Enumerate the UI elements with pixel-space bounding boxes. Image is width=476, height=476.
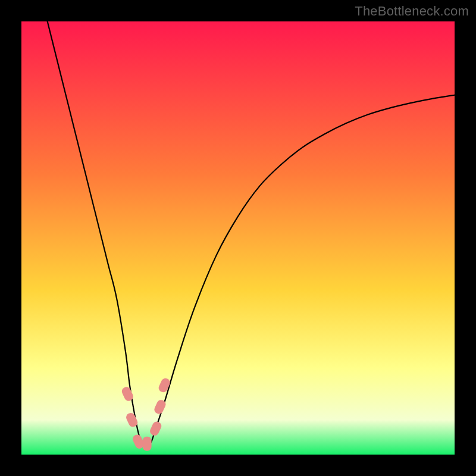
bottleneck-chart	[21, 21, 455, 455]
chart-frame: TheBottleneck.com	[0, 0, 476, 476]
plot-area	[21, 21, 455, 455]
curve-marker	[143, 437, 152, 451]
gradient-background	[21, 21, 455, 455]
watermark-text: TheBottleneck.com	[355, 4, 469, 19]
